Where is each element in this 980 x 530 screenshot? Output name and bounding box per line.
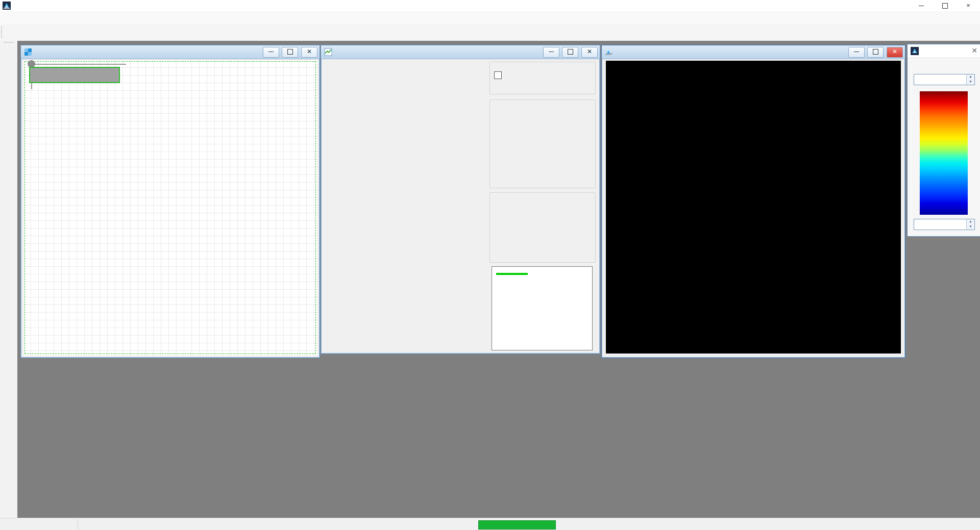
window-3d: ✕: [601, 45, 905, 358]
colorscale-icon: [911, 47, 919, 55]
tool-sidebar: [0, 41, 18, 518]
app-maximize-button[interactable]: [933, 0, 957, 11]
pressure-value-tooltip: [29, 67, 120, 83]
window-curves-titlebar[interactable]: ✕: [321, 45, 600, 59]
window-curves-close-button[interactable]: ✕: [581, 47, 598, 58]
statusbar: [0, 518, 980, 530]
window-2d-minimize-button[interactable]: [263, 47, 279, 58]
app-logo-icon: [3, 2, 11, 10]
colorscale-panel: ✕ ▲▼ ▲▼: [907, 44, 980, 237]
app-titlebar[interactable]: ×: [0, 0, 980, 12]
sidebar-grip[interactable]: [4, 42, 13, 47]
status-progress-bar: [478, 520, 556, 529]
toolbar-grip[interactable]: [1, 27, 4, 38]
window-curves: ✕: [321, 45, 600, 354]
window-3d-close-button[interactable]: ✕: [887, 47, 903, 58]
window-2d-icon: [24, 48, 32, 56]
sample-analysis-group: [489, 99, 596, 188]
curve-analysis-group: [489, 192, 596, 263]
window-curves-minimize-button[interactable]: [543, 47, 559, 58]
colorscale-max-spinner[interactable]: ▲▼: [966, 74, 974, 85]
app-minimize-button[interactable]: [910, 0, 933, 11]
window-2d-restore-button[interactable]: [282, 47, 298, 58]
window-3d-restore-button[interactable]: [867, 47, 884, 58]
colorscale-min-spinner[interactable]: ▲▼: [966, 219, 974, 230]
pressure-view-3d[interactable]: [606, 61, 901, 354]
region-info-group: [489, 62, 596, 94]
window-2d-close-button[interactable]: ✕: [301, 47, 317, 58]
legend-box: [492, 266, 593, 350]
window-3d-titlebar[interactable]: ✕: [602, 45, 905, 59]
window-curves-icon: [324, 48, 332, 56]
menubar: [0, 11, 980, 23]
window-3d-icon: [605, 48, 613, 56]
app-close-button[interactable]: ×: [957, 0, 980, 11]
window-3d-minimize-button[interactable]: [848, 47, 865, 58]
status-separator: [78, 519, 78, 529]
colorscale-gradient: [920, 91, 968, 215]
selection-rectangle[interactable]: [24, 61, 316, 354]
window-2d: ✕: [20, 45, 320, 358]
colorscale-close-button[interactable]: ✕: [971, 46, 977, 55]
window-curves-restore-button[interactable]: [562, 47, 578, 58]
legend-series-line: [496, 273, 528, 275]
window-2d-titlebar[interactable]: ✕: [21, 45, 320, 59]
region-merge-checkbox[interactable]: [494, 71, 502, 79]
mdi-workspace: ✕ ✕: [17, 41, 980, 518]
application-window: × ✕: [0, 0, 980, 530]
colorscale-min-spinbox[interactable]: ▲▼: [914, 219, 975, 230]
axis-x-line: [35, 64, 126, 65]
toolbar: [0, 23, 980, 41]
colorscale-titlebar[interactable]: ✕: [908, 44, 980, 58]
pressure-map-2d[interactable]: [23, 60, 317, 356]
colorscale-max-spinbox[interactable]: ▲▼: [914, 74, 975, 85]
